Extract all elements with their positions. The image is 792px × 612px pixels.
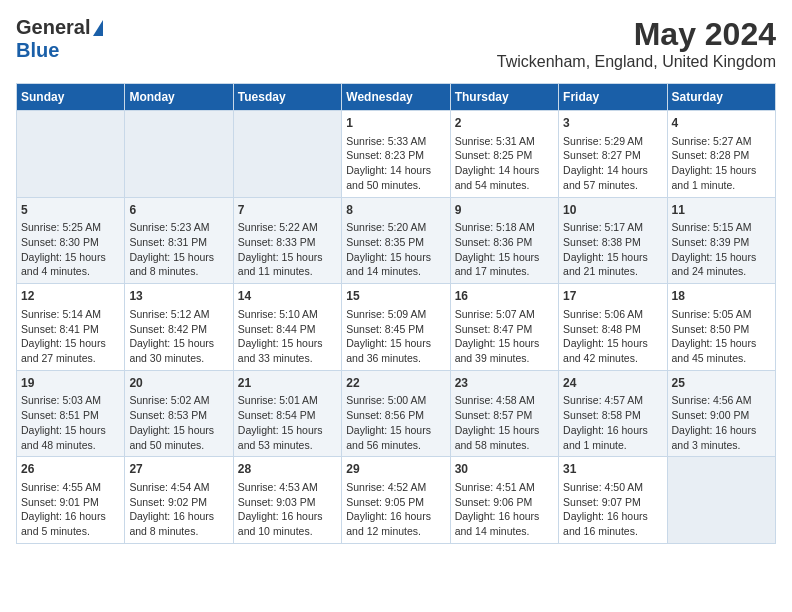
day-number: 9 [455, 202, 554, 219]
cell-content-line: Daylight: 15 hours [238, 423, 337, 438]
cell-content-line: Sunset: 9:02 PM [129, 495, 228, 510]
cell-content-line: Daylight: 15 hours [672, 163, 771, 178]
cell-content-line: Daylight: 14 hours [455, 163, 554, 178]
cell-content-line: and 17 minutes. [455, 264, 554, 279]
calendar-cell: 31Sunrise: 4:50 AMSunset: 9:07 PMDayligh… [559, 457, 667, 544]
logo-line2: Blue [16, 39, 103, 62]
cell-content-line: Daylight: 15 hours [238, 336, 337, 351]
calendar-cell: 20Sunrise: 5:02 AMSunset: 8:53 PMDayligh… [125, 370, 233, 457]
cell-content-line: Daylight: 15 hours [563, 336, 662, 351]
cell-content-line: and 10 minutes. [238, 524, 337, 539]
cell-content-line: Sunset: 8:51 PM [21, 408, 120, 423]
cell-content-line: Sunset: 8:53 PM [129, 408, 228, 423]
day-number: 25 [672, 375, 771, 392]
day-number: 24 [563, 375, 662, 392]
calendar-table: Sunday Monday Tuesday Wednesday Thursday… [16, 83, 776, 544]
calendar-cell: 22Sunrise: 5:00 AMSunset: 8:56 PMDayligh… [342, 370, 450, 457]
day-number: 18 [672, 288, 771, 305]
calendar-cell: 25Sunrise: 4:56 AMSunset: 9:00 PMDayligh… [667, 370, 775, 457]
cell-content-line: Sunset: 8:23 PM [346, 148, 445, 163]
cell-content-line: Daylight: 15 hours [129, 250, 228, 265]
day-number: 1 [346, 115, 445, 132]
cell-content-line: Sunset: 8:57 PM [455, 408, 554, 423]
cell-content-line: Daylight: 16 hours [346, 509, 445, 524]
cell-content-line: Sunset: 9:01 PM [21, 495, 120, 510]
cell-content-line: Sunset: 8:39 PM [672, 235, 771, 250]
calendar-cell: 18Sunrise: 5:05 AMSunset: 8:50 PMDayligh… [667, 284, 775, 371]
cell-content-line: Daylight: 15 hours [238, 250, 337, 265]
cell-content-line: Sunrise: 5:14 AM [21, 307, 120, 322]
cell-content-line: Sunset: 8:30 PM [21, 235, 120, 250]
cell-content-line: Sunrise: 4:58 AM [455, 393, 554, 408]
header-sunday: Sunday [17, 84, 125, 111]
cell-content-line: and 50 minutes. [129, 438, 228, 453]
cell-content-line: and 33 minutes. [238, 351, 337, 366]
cell-content-line: Sunset: 8:36 PM [455, 235, 554, 250]
calendar-week-row: 19Sunrise: 5:03 AMSunset: 8:51 PMDayligh… [17, 370, 776, 457]
day-number: 7 [238, 202, 337, 219]
calendar-cell: 7Sunrise: 5:22 AMSunset: 8:33 PMDaylight… [233, 197, 341, 284]
cell-content-line: and 12 minutes. [346, 524, 445, 539]
page-subtitle: Twickenham, England, United Kingdom [497, 53, 776, 71]
day-number: 17 [563, 288, 662, 305]
day-number: 21 [238, 375, 337, 392]
calendar-cell [17, 111, 125, 198]
cell-content-line: Sunset: 8:38 PM [563, 235, 662, 250]
calendar-cell: 21Sunrise: 5:01 AMSunset: 8:54 PMDayligh… [233, 370, 341, 457]
cell-content-line: Sunrise: 5:33 AM [346, 134, 445, 149]
cell-content-line: Daylight: 15 hours [563, 250, 662, 265]
day-number: 15 [346, 288, 445, 305]
cell-content-line: Daylight: 15 hours [455, 336, 554, 351]
cell-content-line: Daylight: 16 hours [563, 509, 662, 524]
cell-content-line: and 50 minutes. [346, 178, 445, 193]
cell-content-line: Sunrise: 5:01 AM [238, 393, 337, 408]
cell-content-line: Sunrise: 4:54 AM [129, 480, 228, 495]
cell-content-line: and 8 minutes. [129, 264, 228, 279]
cell-content-line: Sunset: 9:00 PM [672, 408, 771, 423]
calendar-cell: 29Sunrise: 4:52 AMSunset: 9:05 PMDayligh… [342, 457, 450, 544]
cell-content-line: and 27 minutes. [21, 351, 120, 366]
logo-triangle-icon [93, 20, 103, 36]
header-friday: Friday [559, 84, 667, 111]
cell-content-line: and 57 minutes. [563, 178, 662, 193]
cell-content-line: and 39 minutes. [455, 351, 554, 366]
day-number: 8 [346, 202, 445, 219]
cell-content-line: Sunset: 9:07 PM [563, 495, 662, 510]
calendar-cell: 8Sunrise: 5:20 AMSunset: 8:35 PMDaylight… [342, 197, 450, 284]
calendar-cell [667, 457, 775, 544]
cell-content-line: Daylight: 16 hours [672, 423, 771, 438]
calendar-cell: 13Sunrise: 5:12 AMSunset: 8:42 PMDayligh… [125, 284, 233, 371]
day-number: 5 [21, 202, 120, 219]
cell-content-line: Sunrise: 5:18 AM [455, 220, 554, 235]
cell-content-line: Sunrise: 5:31 AM [455, 134, 554, 149]
cell-content-line: and 36 minutes. [346, 351, 445, 366]
title-block: May 2024 Twickenham, England, United Kin… [497, 16, 776, 71]
calendar-cell: 19Sunrise: 5:03 AMSunset: 8:51 PMDayligh… [17, 370, 125, 457]
cell-content-line: Sunset: 8:50 PM [672, 322, 771, 337]
day-number: 14 [238, 288, 337, 305]
calendar-cell [125, 111, 233, 198]
calendar-cell: 16Sunrise: 5:07 AMSunset: 8:47 PMDayligh… [450, 284, 558, 371]
cell-content-line: Daylight: 15 hours [21, 336, 120, 351]
calendar-cell: 27Sunrise: 4:54 AMSunset: 9:02 PMDayligh… [125, 457, 233, 544]
day-number: 4 [672, 115, 771, 132]
cell-content-line: Sunrise: 4:57 AM [563, 393, 662, 408]
cell-content-line: Sunrise: 5:12 AM [129, 307, 228, 322]
cell-content-line: Sunrise: 4:55 AM [21, 480, 120, 495]
calendar-week-row: 12Sunrise: 5:14 AMSunset: 8:41 PMDayligh… [17, 284, 776, 371]
calendar-cell: 3Sunrise: 5:29 AMSunset: 8:27 PMDaylight… [559, 111, 667, 198]
cell-content-line: and 42 minutes. [563, 351, 662, 366]
cell-content-line: Sunset: 8:54 PM [238, 408, 337, 423]
day-number: 12 [21, 288, 120, 305]
calendar-week-row: 5Sunrise: 5:25 AMSunset: 8:30 PMDaylight… [17, 197, 776, 284]
calendar-cell: 1Sunrise: 5:33 AMSunset: 8:23 PMDaylight… [342, 111, 450, 198]
cell-content-line: Daylight: 15 hours [129, 423, 228, 438]
calendar-cell: 12Sunrise: 5:14 AMSunset: 8:41 PMDayligh… [17, 284, 125, 371]
day-number: 19 [21, 375, 120, 392]
cell-content-line: Daylight: 15 hours [346, 336, 445, 351]
logo-blue-text: Blue [16, 39, 59, 61]
cell-content-line: Daylight: 16 hours [563, 423, 662, 438]
cell-content-line: Sunrise: 4:52 AM [346, 480, 445, 495]
cell-content-line: Sunset: 8:35 PM [346, 235, 445, 250]
cell-content-line: Sunset: 8:44 PM [238, 322, 337, 337]
